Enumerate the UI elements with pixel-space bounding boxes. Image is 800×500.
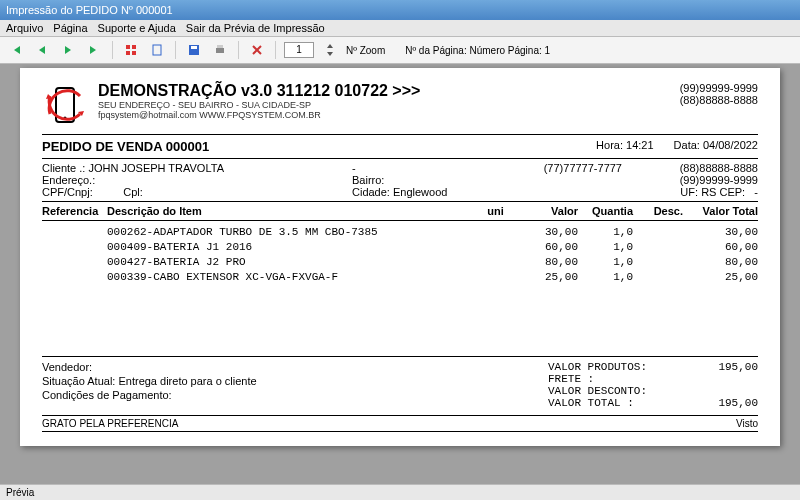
toolbar: 1 Nº Zoom Nº da Página: Número Página: 1 (0, 37, 800, 64)
grid-icon[interactable] (121, 40, 141, 60)
total-produtos-value: 195,00 (688, 361, 758, 373)
situacao-label: Situação Atual: (42, 375, 115, 387)
close-icon[interactable] (247, 40, 267, 60)
total-frete-label: FRETE : (548, 373, 688, 385)
client-dash: - (352, 162, 492, 174)
company-contact: fpqsystem@hotmail.com WWW.FPQSYSTEM.COM.… (98, 110, 670, 120)
visto-label: Visto (736, 418, 758, 429)
date-label: Data: (674, 139, 700, 151)
uf-value: RS (701, 186, 716, 198)
total-geral-value: 195,00 (688, 397, 758, 409)
client-name: JOHN JOSEPH TRAVOLTA (88, 162, 224, 174)
page-icon[interactable] (147, 40, 167, 60)
cpl-label: Cpl: (123, 186, 143, 198)
total-desconto-value (688, 385, 758, 397)
print-icon[interactable] (210, 40, 230, 60)
client-phone-alt1: (88)88888-8888 (622, 162, 758, 174)
nav-prev-icon[interactable] (32, 40, 52, 60)
totals-block: VALOR PRODUTOS:195,00 FRETE : VALOR DESC… (548, 361, 758, 409)
col-total: Valor Total (683, 205, 758, 217)
svg-rect-3 (132, 51, 136, 55)
client-phone-1: (77)77777-7777 (492, 162, 622, 174)
window-titlebar: Impressão do PEDIDO Nº 000001 (0, 0, 800, 20)
company-logo (42, 82, 88, 128)
nav-first-icon[interactable] (6, 40, 26, 60)
cidade-label: Cidade: (352, 186, 390, 198)
situacao-value: Entrega direto para o cliente (118, 375, 256, 387)
nav-last-icon[interactable] (84, 40, 104, 60)
col-quantia: Quantia (578, 205, 633, 217)
svg-rect-8 (217, 45, 223, 48)
page-number-label: Nº da Página: Número Página: 1 (405, 45, 550, 56)
preview-workspace[interactable]: DEMONSTRAÇÃO v3.0 311212 010722 >>> SEU … (0, 64, 800, 500)
company-phone-2: (88)88888-8888 (680, 94, 758, 106)
bairro-label: Bairro: (352, 174, 492, 186)
menu-pagina[interactable]: Página (53, 22, 87, 34)
company-phone-1: (99)99999-9999 (680, 82, 758, 94)
save-icon[interactable] (184, 40, 204, 60)
time-label: Hora: (596, 139, 623, 151)
nav-next-icon[interactable] (58, 40, 78, 60)
address-label: Endereço.: (42, 174, 352, 186)
svg-rect-0 (126, 45, 130, 49)
client-label: Cliente .: (42, 162, 85, 174)
company-title: DEMONSTRAÇÃO v3.0 311212 010722 >>> (98, 82, 670, 100)
item-row: 000427-BATERIA J2 PRO80,001,080,00 (42, 255, 758, 270)
order-title: PEDIDO DE VENDA 000001 (42, 139, 209, 154)
date-value: 04/08/2022 (703, 139, 758, 151)
vendedor-label: Vendedor: (42, 361, 257, 373)
menu-arquivo[interactable]: Arquivo (6, 22, 43, 34)
thanks-text: GRATO PELA PREFERENCIA (42, 418, 178, 429)
col-referencia: Referencia (42, 205, 107, 217)
zoom-stepper-icon[interactable] (320, 40, 340, 60)
svg-rect-1 (132, 45, 136, 49)
menu-sair[interactable]: Sair da Prévia de Impressão (186, 22, 325, 34)
item-row: 000339-CABO EXTENSOR XC-VGA-FXVGA-F25,00… (42, 270, 758, 285)
items-header: Referencia Descrição do Item uni Valor Q… (42, 202, 758, 221)
total-produtos-label: VALOR PRODUTOS: (548, 361, 688, 373)
status-bar: Prévia (0, 484, 800, 500)
col-valor: Valor (518, 205, 578, 217)
total-frete-value (688, 373, 758, 385)
item-row: 000409-BATERIA J1 201660,001,060,00 (42, 240, 758, 255)
svg-rect-2 (126, 51, 130, 55)
zoom-input[interactable]: 1 (284, 42, 314, 58)
svg-rect-7 (216, 48, 224, 53)
cpf-label: CPF/Cnpj: (42, 186, 93, 198)
menu-suporte[interactable]: Suporte e Ajuda (98, 22, 176, 34)
col-descricao: Descrição do Item (107, 205, 473, 217)
svg-rect-4 (153, 45, 161, 55)
total-geral-label: VALOR TOTAL : (548, 397, 688, 409)
col-desc: Desc. (633, 205, 683, 217)
items-list: 000262-ADAPTADOR TURBO DE 3.5 MM CBO-738… (42, 221, 758, 286)
client-phone-alt2: (99)99999-9999 (622, 174, 758, 186)
condicoes-label: Condições de Pagamento: (42, 389, 257, 401)
cep-value: - (754, 186, 758, 198)
document-page: DEMONSTRAÇÃO v3.0 311212 010722 >>> SEU … (20, 68, 780, 446)
item-row: 000262-ADAPTADOR TURBO DE 3.5 MM CBO-738… (42, 225, 758, 240)
time-value: 14:21 (626, 139, 654, 151)
cep-label: CEP: (719, 186, 745, 198)
uf-label: UF: (680, 186, 698, 198)
total-desconto-label: VALOR DESCONTO: (548, 385, 688, 397)
zoom-label: Nº Zoom (346, 45, 385, 56)
svg-rect-6 (191, 46, 197, 49)
client-block: Cliente .: JOHN JOSEPH TRAVOLTA - (77)77… (42, 159, 758, 202)
menu-bar: Arquivo Página Suporte e Ajuda Sair da P… (0, 20, 800, 37)
company-address: SEU ENDEREÇO - SEU BAIRRO - SUA CIDADE-S… (98, 100, 670, 110)
col-uni: uni (473, 205, 518, 217)
cidade-value: Englewood (393, 186, 447, 198)
